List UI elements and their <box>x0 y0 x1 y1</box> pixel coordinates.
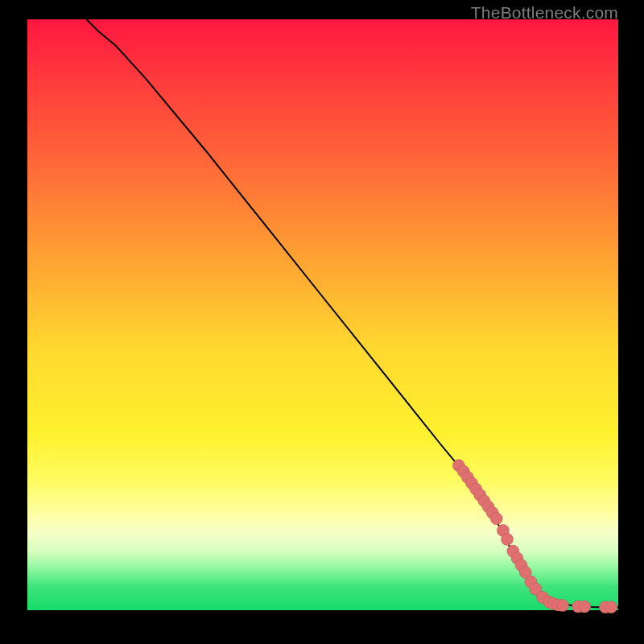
scatter-dot <box>557 600 569 612</box>
watermark-text: TheBottleneck.com <box>471 3 618 23</box>
scatter-dot <box>579 601 591 613</box>
chart-svg <box>27 19 618 610</box>
plot-area <box>27 19 618 610</box>
scatter-dot <box>605 601 617 613</box>
scatter-dot <box>490 513 502 525</box>
scatter-group <box>452 460 617 613</box>
chart-frame: TheBottleneck.com <box>0 0 644 644</box>
scatter-dot <box>502 533 514 545</box>
bottleneck-curve-path <box>86 19 618 607</box>
